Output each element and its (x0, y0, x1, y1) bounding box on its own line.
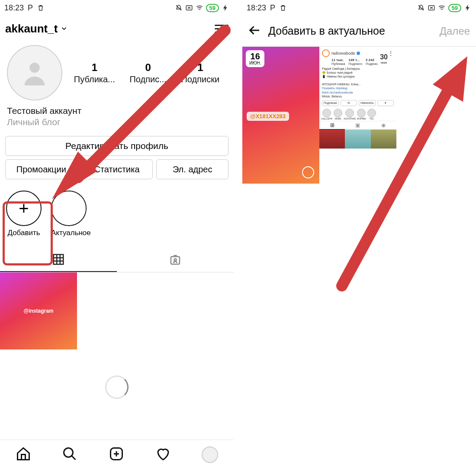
p-indicator-icon: P (269, 4, 277, 12)
heart-icon (155, 446, 171, 462)
mute-icon (175, 4, 183, 12)
status-bar: 18:23 P 59 (242, 0, 476, 16)
bottom-nav (0, 440, 234, 469)
bio-category: Личный блог (7, 117, 227, 127)
status-time: 18:23 (247, 3, 266, 13)
story-thumbnail[interactable]: radiosvaboda ⋮ 30мая 11 тыс.Публика 149 … (319, 47, 396, 184)
box-x-icon (185, 4, 193, 12)
profile-header: akkaunt_t (0, 16, 234, 42)
bio-name: Тестовый аккаунт (7, 106, 227, 116)
verified-badge-icon (357, 52, 360, 55)
nav-search[interactable] (62, 446, 77, 463)
svg-point-1 (29, 63, 39, 73)
mute-icon (417, 4, 425, 12)
stat-posts[interactable]: 1Публика... (74, 61, 115, 84)
phone-screen-profile: 18:23 P 59 akkaunt_t 1Публика... 0Подпис… (0, 0, 234, 469)
nav-profile[interactable] (202, 446, 218, 463)
story-preview-profile: radiosvaboda ⋮ 30мая 11 тыс.Публика 149 … (319, 47, 396, 184)
stats-button[interactable]: Статистика (81, 159, 153, 179)
profile-avatar[interactable] (7, 45, 62, 100)
story-thumbnail[interactable]: 16 июн. @X181XX283 (242, 47, 319, 184)
next-button[interactable]: Далее (440, 25, 470, 37)
battery-indicator: 59 (448, 4, 461, 12)
username-switcher[interactable]: akkaunt_t (5, 22, 68, 36)
trash-icon (37, 4, 45, 12)
battery-indicator: 59 (206, 4, 219, 12)
back-button[interactable] (248, 24, 261, 39)
box-x-icon (428, 4, 435, 12)
email-button[interactable]: Эл. адрес (156, 159, 228, 179)
svg-point-5 (64, 448, 73, 457)
selection-circle (302, 166, 314, 178)
chevron-down-icon (60, 25, 68, 32)
charging-icon (464, 4, 472, 12)
tab-tagged[interactable] (117, 248, 234, 272)
highlight-preview (52, 191, 86, 226)
grid-icon (52, 253, 65, 266)
status-time: 18:23 (4, 3, 24, 13)
search-icon (62, 446, 77, 462)
promo-button[interactable]: Промоакции (5, 159, 77, 179)
svg-rect-2 (54, 255, 64, 265)
person-icon (19, 58, 50, 88)
annotation-highlight (3, 201, 53, 265)
story-date: 16 июн. (246, 50, 264, 67)
charging-icon (222, 4, 229, 12)
story-mention-tag: @X181XX283 (247, 112, 289, 121)
wifi-icon (196, 4, 203, 12)
stat-followers[interactable]: 0Подпис... (129, 61, 166, 84)
add-post-icon (109, 446, 124, 462)
trash-icon (279, 4, 287, 12)
arrow-left-icon (248, 24, 261, 37)
nav-add[interactable] (109, 446, 124, 463)
home-icon (16, 446, 31, 462)
svg-point-4 (174, 259, 177, 261)
story-date: 30мая (377, 53, 390, 65)
nav-activity[interactable] (155, 446, 171, 463)
tagged-icon (169, 253, 182, 266)
loading-spinner (105, 375, 129, 399)
edit-profile-button[interactable]: Редактировать профиль (5, 136, 228, 156)
status-bar: 18:23 P 59 (0, 0, 234, 16)
page-title: Добавить в актуальное (268, 25, 433, 37)
nav-home[interactable] (16, 446, 31, 463)
post-thumbnail[interactable]: @instagram (0, 272, 77, 349)
highlight-item[interactable]: Актуальное (51, 191, 91, 237)
p-indicator-icon: P (26, 4, 34, 12)
wifi-icon (438, 4, 446, 12)
menu-button[interactable] (215, 23, 228, 35)
phone-screen-highlight-picker: 18:23 P 59 Добавить в актуальное Далее 1… (242, 0, 476, 469)
mini-avatar-ring (322, 49, 330, 57)
stat-following[interactable]: 1Подписки (181, 61, 219, 84)
